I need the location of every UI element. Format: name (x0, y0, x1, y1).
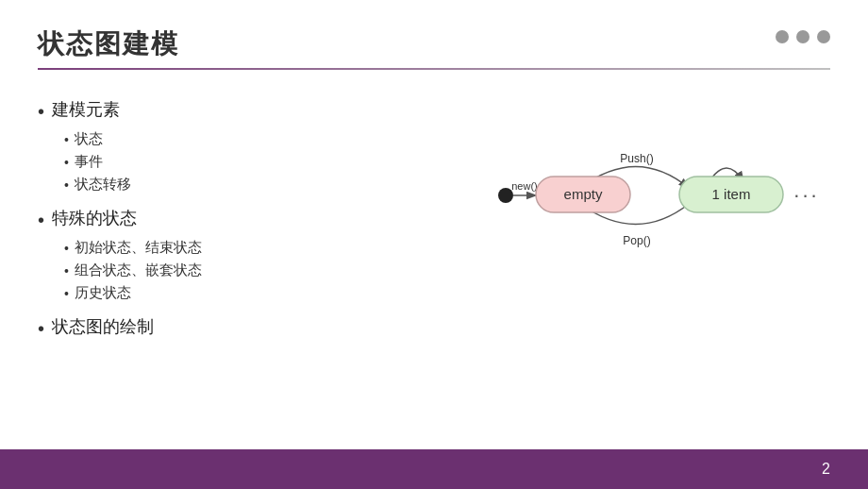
bullet-l2-event: • 事件 (64, 153, 472, 173)
bullet-dot-sub: • (64, 284, 69, 304)
nav-dot-3 (817, 30, 830, 43)
more-dots: ··· (793, 183, 819, 207)
bullet-l1-drawing: • 状态图的绘制 (38, 315, 472, 342)
footer: 2 (0, 449, 868, 489)
bullet-l2-initial-end: • 初始状态、结束状态 (64, 239, 472, 259)
bullet-sub-label: 组合状态、嵌套状态 (75, 261, 202, 279)
main-content: • 建模元素 • 状态 • 事件 • 状态转移 • (0, 70, 868, 353)
nav-dot-2 (796, 30, 810, 43)
bullet-l2-history: • 历史状态 (64, 284, 472, 304)
bullet-group-1: • 建模元素 • 状态 • 事件 • 状态转移 (38, 98, 472, 195)
bullet-sub-label: 初始状态、结束状态 (75, 239, 202, 257)
bullet-label: 状态图的绘制 (52, 315, 154, 338)
empty-state-label: empty (564, 186, 603, 202)
bullet-dot-sub: • (64, 261, 69, 281)
bullet-l2-state: • 状态 (64, 130, 472, 150)
pop-label: Pop() (623, 234, 650, 247)
nav-dot-1 (776, 30, 789, 43)
push-label: Push() (620, 152, 653, 165)
state-diagram-svg: Push() Pop() new() (472, 98, 830, 287)
bullet-dot-sub: • (64, 153, 69, 173)
header: 状态图建模 (0, 0, 868, 70)
bullet-l1-modeling-elements: • 建模元素 (38, 98, 472, 125)
bullet-dot-sub: • (64, 130, 69, 150)
bullet-group-2: • 特殊的状态 • 初始状态、结束状态 • 组合状态、嵌套状态 • 历史状态 (38, 207, 472, 304)
bullet-l2-transition: • 状态转移 (64, 176, 472, 195)
bullet-dot-sub: • (64, 176, 69, 195)
state-diagram: Push() Pop() new() (472, 98, 830, 287)
bullet-group-3: • 状态图的绘制 (38, 315, 472, 342)
bullet-dot: • (38, 98, 44, 125)
bullet-sub-label: 历史状态 (75, 284, 131, 302)
new-label: new() (511, 180, 538, 192)
bullet-l1-special-states: • 特殊的状态 (38, 207, 472, 233)
bullet-l2-composite: • 组合状态、嵌套状态 (64, 261, 472, 281)
bullet-dot: • (38, 207, 44, 233)
slide: 状态图建模 • 建模元素 • 状态 • 事件 • (0, 0, 868, 489)
one-item-state-label: 1 item (712, 186, 751, 202)
bullet-dot: • (38, 315, 44, 342)
bullet-label: 特殊的状态 (52, 207, 137, 229)
bullet-sub-label: 状态 (75, 130, 103, 148)
bullet-sub-label: 状态转移 (75, 176, 131, 194)
bullet-dot-sub: • (64, 239, 69, 259)
page-title: 状态图建模 (38, 26, 830, 62)
nav-dots (776, 30, 830, 43)
diagram-area: Push() Pop() new() (472, 89, 830, 353)
bullet-label: 建模元素 (52, 98, 120, 121)
bullet-sub-label: 事件 (75, 153, 103, 171)
bullet-section: • 建模元素 • 状态 • 事件 • 状态转移 • (38, 89, 472, 353)
page-number: 2 (822, 461, 830, 478)
